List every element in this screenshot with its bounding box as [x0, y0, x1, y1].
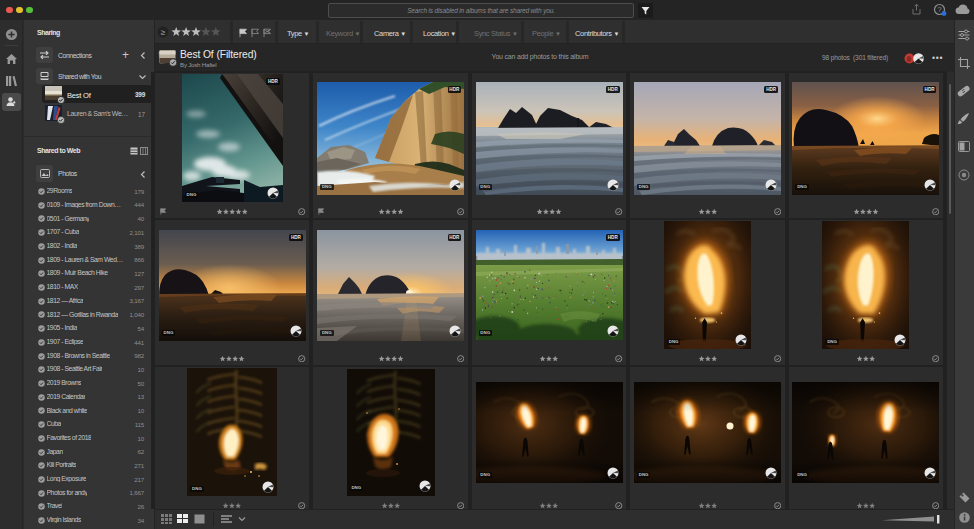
- svg-text:?: ?: [937, 5, 942, 14]
- svg-text:≥: ≥: [161, 28, 166, 37]
